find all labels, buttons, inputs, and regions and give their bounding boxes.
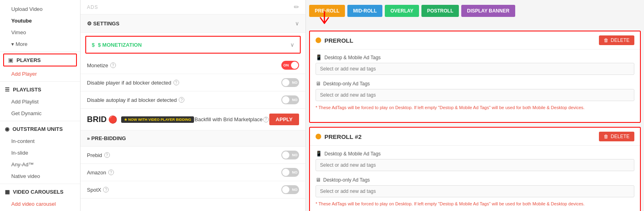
monetize-help-icon[interactable]: ? (110, 62, 116, 68)
disable-autoplay-row: Disable autoplay if ad blocker detected … (80, 91, 305, 109)
desktop-mobile-section: 📱 Desktop & Mobile Ad Tags (316, 54, 634, 75)
brid-logo: BRID 🔴 (87, 115, 117, 124)
sidebar: Upload Video Youtube Vimeo ▾ More ▣ PLAY… (0, 0, 80, 211)
settings-section-header[interactable]: ⚙ SETTINGS ∨ (80, 14, 305, 33)
amazon-toggle[interactable]: NO (281, 168, 299, 177)
sidebar-item-more[interactable]: ▾ More (0, 38, 80, 50)
sidebar-item-any-ad[interactable]: Any-Ad™ (0, 159, 80, 170)
adblocker-help-icon[interactable]: ? (173, 80, 179, 85)
monetize-label: Monetize ? (87, 62, 116, 68)
sidebar-item-upload-video[interactable]: Upload Video (0, 3, 80, 15)
sidebar-section-players[interactable]: ▣ PLAYERS (3, 54, 77, 66)
spotx-help-icon[interactable]: ? (103, 187, 109, 192)
preroll2-desktop-mobile-input[interactable] (316, 159, 634, 171)
ad-type-tabs: PRE-ROLL MID-ROLL OVERLAY POSTROLL DISPL… (309, 3, 641, 19)
divider (0, 184, 80, 184)
tab-postroll[interactable]: POSTROLL (421, 5, 459, 17)
sidebar-item-native-video[interactable]: Native video (0, 170, 80, 182)
brid-badge: ★ NOW WITH VIDEO PLAYER BIDDING (121, 116, 194, 123)
spotx-toggle[interactable]: NO (281, 185, 299, 194)
outstream-icon: ◉ (5, 126, 9, 132)
divider (0, 52, 80, 52)
brid-logo-icon: 🔴 (108, 115, 117, 124)
preroll-body: 📱 Desktop & Mobile Ad Tags 🖥 Desktop-onl… (310, 50, 640, 122)
sidebar-item-add-video-carousel[interactable]: Add video carousel (0, 198, 80, 210)
desktop-mobile-label: 📱 Desktop & Mobile Ad Tags (316, 54, 634, 60)
preroll2-ad-block: PREROLL #2 🗑 DELETE 📱 Desktop & Mobile A… (309, 127, 641, 211)
ads-bar: ADS ✏ (80, 0, 305, 14)
spotx-label: SpotX ? (87, 187, 109, 193)
sidebar-section-video-carousels[interactable]: ▦ VIDEO CAROUSELS (0, 186, 80, 198)
desktop-icon-2: 🖥 (316, 177, 321, 183)
prebidding-header[interactable]: » PRE-BIDDING (80, 130, 305, 147)
monetization-title: $ $ MONETIZATION (92, 42, 142, 48)
tab-display-banner[interactable]: DISPLAY BANNER (461, 5, 515, 17)
divider (0, 121, 80, 121)
right-panel: PRE-ROLL MID-ROLL OVERLAY POSTROLL DISPL… (306, 0, 644, 211)
tab-overlay[interactable]: OVERLAY (385, 5, 419, 17)
preroll2-desktop-only-input[interactable] (316, 185, 634, 197)
preroll-ad-block: PREROLL 🗑 DELETE 📱 Desktop & Mobile Ad T… (309, 31, 641, 123)
sidebar-item-in-slide[interactable]: In-slide (0, 147, 80, 159)
disable-adblocker-row: Disable player if ad blocker detected ? … (80, 74, 305, 91)
mobile-icon: 📱 (316, 54, 322, 60)
divider (0, 81, 80, 82)
autoplay-help-icon[interactable]: ? (179, 97, 184, 103)
sidebar-item-add-player[interactable]: Add Player (0, 68, 80, 80)
sidebar-item-in-content[interactable]: In-content (0, 135, 80, 147)
ad-note-2: * These AdTags will be forced to play on… (316, 200, 634, 208)
chevron-down-icon: ∨ (290, 41, 294, 48)
brid-section: BRID 🔴 ★ NOW WITH VIDEO PLAYER BIDDING B… (80, 109, 305, 130)
chevron-down-icon: ∨ (295, 20, 299, 27)
preroll2-desktop-mobile-label: 📱 Desktop & Mobile Ad Tags (316, 151, 634, 157)
desktop-only-label: 🖥 Desktop-only Ad Tags (316, 81, 634, 87)
monetize-toggle[interactable]: ON (281, 61, 299, 70)
desktop-mobile-input[interactable] (316, 63, 634, 75)
desktop-only-section: 🖥 Desktop-only Ad Tags * These AdTags wi… (316, 81, 634, 112)
amazon-help-icon[interactable]: ? (108, 170, 114, 175)
playlists-icon: ☰ (5, 87, 10, 93)
trash-icon: 🗑 (604, 134, 609, 139)
preroll2-title: PREROLL #2 (316, 133, 361, 140)
prebid-help-icon[interactable]: ? (104, 152, 110, 158)
brid-logo-area: BRID 🔴 ★ NOW WITH VIDEO PLAYER BIDDING (87, 115, 194, 124)
sidebar-item-youtube[interactable]: Youtube (0, 15, 80, 27)
preroll2-desktop-only-label: 🖥 Desktop-only Ad Tags (316, 177, 634, 183)
desktop-only-input[interactable] (316, 89, 634, 101)
disable-adblocker-label: Disable player if ad blocker detected ? (87, 80, 179, 86)
desktop-icon: 🖥 (316, 81, 321, 87)
settings-title: ⚙ SETTINGS (87, 21, 120, 27)
apply-button[interactable]: APPLY (269, 114, 299, 125)
preroll2-desktop-only-section: 🖥 Desktop-only Ad Tags * These AdTags wi… (316, 177, 634, 208)
disable-adblocker-toggle[interactable]: NO (281, 78, 299, 87)
sidebar-item-vimeo[interactable]: Vimeo (0, 27, 80, 38)
sidebar-section-outstream[interactable]: ◉ OUTSTREAM UNITS (0, 123, 80, 135)
monetization-section-header[interactable]: $ $ MONETIZATION ∨ (85, 36, 301, 54)
tab-midroll[interactable]: MID-ROLL (347, 5, 382, 17)
preroll-header: PREROLL 🗑 DELETE (310, 31, 640, 50)
disable-autoplay-toggle[interactable]: NO (281, 95, 299, 104)
prebid-row: Prebid ? NO (80, 147, 305, 164)
disable-autoplay-label: Disable autoplay if ad blocker detected … (87, 97, 184, 103)
preroll-title: PREROLL (316, 37, 353, 44)
chevron-down-icon: ▾ (11, 41, 16, 47)
amazon-label: Amazon ? (87, 170, 114, 176)
edit-icon[interactable]: ✏ (294, 3, 299, 11)
players-icon: ▣ (8, 57, 13, 63)
backfill-help-icon[interactable]: ? (263, 117, 269, 122)
ad-note: * These AdTags will be forced to play on… (316, 103, 634, 112)
mobile-icon-2: 📱 (316, 151, 322, 157)
sidebar-item-add-playlist[interactable]: Add Playlist (0, 96, 80, 108)
sidebar-item-get-dynamic[interactable]: Get Dynamic (0, 108, 80, 119)
preroll2-header: PREROLL #2 🗑 DELETE (310, 128, 640, 146)
trash-icon: 🗑 (604, 37, 609, 43)
backfill-label: Backfill with Brid Marketplace (194, 116, 262, 122)
red-arrow-icon (316, 11, 332, 26)
prebid-toggle[interactable]: NO (281, 151, 299, 159)
preroll2-body: 📱 Desktop & Mobile Ad Tags 🖥 Desktop-onl… (310, 146, 640, 211)
preroll-delete-button[interactable]: 🗑 DELETE (599, 35, 634, 45)
spotx-row: SpotX ? NO (80, 181, 305, 199)
video-carousels-icon: ▦ (5, 189, 10, 195)
preroll2-delete-button[interactable]: 🗑 DELETE (599, 132, 634, 141)
sidebar-section-playlists[interactable]: ☰ PLAYLISTS (0, 83, 80, 96)
